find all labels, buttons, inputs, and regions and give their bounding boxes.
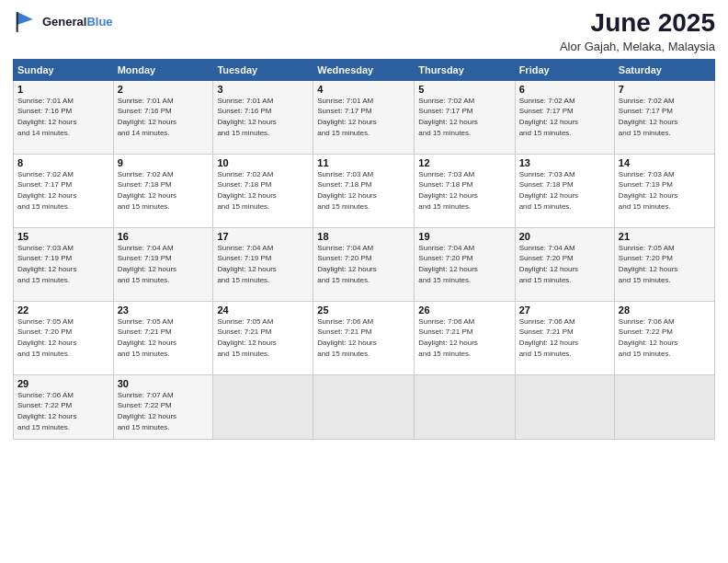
day-number: 4: [317, 84, 410, 95]
header-row: SundayMondayTuesdayWednesdayThursdayFrid…: [14, 59, 715, 80]
day-number: 20: [519, 231, 610, 242]
calendar-cell: 5Sunrise: 7:02 AMSunset: 7:17 PMDaylight…: [415, 80, 515, 154]
calendar-cell: 29Sunrise: 7:06 AMSunset: 7:22 PMDayligh…: [14, 374, 114, 439]
col-header-friday: Friday: [515, 59, 614, 80]
day-number: 3: [217, 84, 309, 95]
location: Alor Gajah, Melaka, Malaysia: [560, 40, 715, 53]
week-row-4: 22Sunrise: 7:05 AMSunset: 7:20 PMDayligh…: [14, 301, 715, 374]
day-info: Sunrise: 7:01 AMSunset: 7:17 PMDaylight:…: [317, 96, 410, 138]
day-number: 25: [317, 304, 410, 316]
calendar-cell: 25Sunrise: 7:06 AMSunset: 7:21 PMDayligh…: [313, 301, 415, 374]
day-info: Sunrise: 7:01 AMSunset: 7:16 PMDaylight:…: [118, 96, 210, 138]
calendar-cell: 15Sunrise: 7:03 AMSunset: 7:19 PMDayligh…: [14, 227, 114, 301]
day-info: Sunrise: 7:03 AMSunset: 7:18 PMDaylight:…: [317, 169, 410, 212]
day-info: Sunrise: 7:04 AMSunset: 7:20 PMDaylight:…: [418, 243, 510, 285]
day-number: 12: [418, 157, 510, 168]
calendar-cell: 8Sunrise: 7:02 AMSunset: 7:17 PMDaylight…: [14, 154, 114, 227]
calendar-cell: 1Sunrise: 7:01 AMSunset: 7:16 PMDaylight…: [14, 80, 114, 154]
calendar-cell: [515, 374, 614, 439]
week-row-5: 29Sunrise: 7:06 AMSunset: 7:22 PMDayligh…: [14, 374, 715, 439]
day-number: 19: [418, 231, 510, 242]
calendar-cell: [213, 374, 313, 439]
calendar-cell: 21Sunrise: 7:05 AMSunset: 7:20 PMDayligh…: [614, 227, 714, 301]
day-info: Sunrise: 7:02 AMSunset: 7:17 PMDaylight:…: [17, 169, 109, 212]
calendar-cell: 9Sunrise: 7:02 AMSunset: 7:18 PMDaylight…: [113, 154, 213, 227]
day-info: Sunrise: 7:05 AMSunset: 7:21 PMDaylight:…: [118, 316, 210, 359]
calendar-cell: 22Sunrise: 7:05 AMSunset: 7:20 PMDayligh…: [14, 301, 114, 374]
day-number: 8: [17, 157, 109, 168]
week-row-2: 8Sunrise: 7:02 AMSunset: 7:17 PMDaylight…: [14, 154, 715, 227]
day-info: Sunrise: 7:02 AMSunset: 7:18 PMDaylight:…: [217, 169, 309, 212]
day-number: 21: [619, 231, 711, 242]
col-header-monday: Monday: [113, 59, 213, 80]
month-title: June 2025: [560, 9, 715, 38]
logo: GeneralBlue: [13, 9, 113, 35]
calendar-cell: 27Sunrise: 7:06 AMSunset: 7:21 PMDayligh…: [515, 301, 614, 374]
day-number: 23: [118, 304, 210, 316]
day-number: 28: [619, 304, 711, 316]
day-number: 1: [17, 84, 109, 95]
day-info: Sunrise: 7:06 AMSunset: 7:21 PMDaylight:…: [519, 316, 610, 359]
day-info: Sunrise: 7:05 AMSunset: 7:20 PMDaylight:…: [619, 243, 711, 285]
calendar-cell: [313, 374, 415, 439]
calendar-table: SundayMondayTuesdayWednesdayThursdayFrid…: [13, 59, 715, 440]
day-info: Sunrise: 7:01 AMSunset: 7:16 PMDaylight:…: [17, 96, 109, 138]
calendar-cell: 4Sunrise: 7:01 AMSunset: 7:17 PMDaylight…: [313, 80, 415, 154]
day-number: 14: [619, 157, 711, 168]
calendar-cell: 23Sunrise: 7:05 AMSunset: 7:21 PMDayligh…: [113, 301, 213, 374]
day-number: 30: [118, 378, 210, 389]
day-number: 5: [418, 84, 510, 95]
day-info: Sunrise: 7:04 AMSunset: 7:20 PMDaylight:…: [519, 243, 610, 285]
calendar-cell: 20Sunrise: 7:04 AMSunset: 7:20 PMDayligh…: [515, 227, 614, 301]
day-info: Sunrise: 7:05 AMSunset: 7:20 PMDaylight:…: [17, 316, 109, 359]
logo-line1: GeneralBlue: [42, 15, 113, 29]
day-number: 7: [619, 84, 711, 95]
calendar-cell: 14Sunrise: 7:03 AMSunset: 7:19 PMDayligh…: [614, 154, 714, 227]
day-number: 22: [17, 304, 109, 316]
day-number: 9: [118, 157, 210, 168]
day-info: Sunrise: 7:04 AMSunset: 7:19 PMDaylight:…: [118, 243, 210, 285]
calendar-cell: 10Sunrise: 7:02 AMSunset: 7:18 PMDayligh…: [213, 154, 313, 227]
day-info: Sunrise: 7:05 AMSunset: 7:21 PMDaylight:…: [217, 316, 309, 359]
day-info: Sunrise: 7:02 AMSunset: 7:17 PMDaylight:…: [619, 96, 711, 138]
col-header-thursday: Thursday: [415, 59, 515, 80]
calendar-cell: 11Sunrise: 7:03 AMSunset: 7:18 PMDayligh…: [313, 154, 415, 227]
calendar-cell: [614, 374, 714, 439]
col-header-sunday: Sunday: [14, 59, 114, 80]
calendar-cell: 6Sunrise: 7:02 AMSunset: 7:17 PMDaylight…: [515, 80, 614, 154]
day-info: Sunrise: 7:04 AMSunset: 7:20 PMDaylight:…: [317, 243, 410, 285]
day-number: 26: [418, 304, 510, 316]
week-row-1: 1Sunrise: 7:01 AMSunset: 7:16 PMDaylight…: [14, 80, 715, 154]
calendar-cell: 30Sunrise: 7:07 AMSunset: 7:22 PMDayligh…: [113, 374, 213, 439]
day-info: Sunrise: 7:03 AMSunset: 7:19 PMDaylight:…: [619, 169, 711, 212]
day-number: 18: [317, 231, 410, 242]
col-header-wednesday: Wednesday: [313, 59, 415, 80]
calendar-cell: 24Sunrise: 7:05 AMSunset: 7:21 PMDayligh…: [213, 301, 313, 374]
page: GeneralBlue June 2025 Alor Gajah, Melaka…: [0, 0, 728, 563]
logo-blue-text: Blue: [86, 15, 112, 29]
day-info: Sunrise: 7:03 AMSunset: 7:19 PMDaylight:…: [17, 243, 109, 285]
calendar-cell: 7Sunrise: 7:02 AMSunset: 7:17 PMDaylight…: [614, 80, 714, 154]
week-row-3: 15Sunrise: 7:03 AMSunset: 7:19 PMDayligh…: [14, 227, 715, 301]
day-number: 27: [519, 304, 610, 316]
day-number: 2: [118, 84, 210, 95]
day-info: Sunrise: 7:06 AMSunset: 7:21 PMDaylight:…: [418, 316, 510, 359]
calendar-cell: 28Sunrise: 7:06 AMSunset: 7:22 PMDayligh…: [614, 301, 714, 374]
day-info: Sunrise: 7:04 AMSunset: 7:19 PMDaylight:…: [217, 243, 309, 285]
day-info: Sunrise: 7:06 AMSunset: 7:21 PMDaylight:…: [317, 316, 410, 359]
col-header-tuesday: Tuesday: [213, 59, 313, 80]
svg-marker-1: [17, 12, 33, 25]
day-number: 6: [519, 84, 610, 95]
calendar-cell: 13Sunrise: 7:03 AMSunset: 7:18 PMDayligh…: [515, 154, 614, 227]
calendar-cell: 3Sunrise: 7:01 AMSunset: 7:16 PMDaylight…: [213, 80, 313, 154]
logo-icon: [13, 9, 39, 35]
calendar-cell: 26Sunrise: 7:06 AMSunset: 7:21 PMDayligh…: [415, 301, 515, 374]
logo-text: GeneralBlue: [42, 15, 113, 29]
day-number: 11: [317, 157, 410, 168]
day-info: Sunrise: 7:07 AMSunset: 7:22 PMDaylight:…: [118, 390, 210, 432]
day-number: 16: [118, 231, 210, 242]
title-block: June 2025 Alor Gajah, Melaka, Malaysia: [560, 9, 715, 53]
calendar-cell: 12Sunrise: 7:03 AMSunset: 7:18 PMDayligh…: [415, 154, 515, 227]
day-info: Sunrise: 7:06 AMSunset: 7:22 PMDaylight:…: [619, 316, 711, 359]
calendar-cell: [415, 374, 515, 439]
